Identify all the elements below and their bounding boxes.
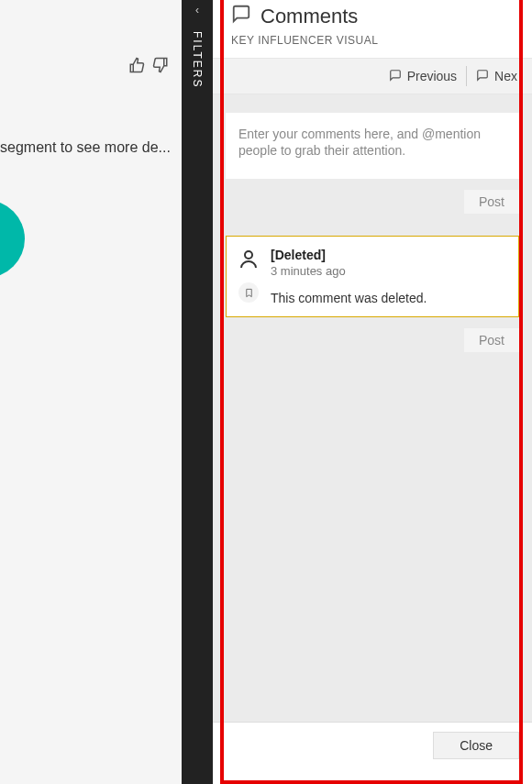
close-button[interactable]: Close (433, 732, 519, 759)
feedback-buttons (128, 57, 169, 78)
avatar-column (238, 248, 260, 305)
bookmark-icon (238, 282, 259, 303)
chevron-left-icon: ‹ (195, 4, 199, 17)
svg-point-0 (245, 251, 252, 259)
comment-author: [Deleted] (271, 248, 427, 262)
post-row-1: Post (226, 190, 519, 214)
segment-bubble[interactable] (0, 200, 25, 278)
comment-input[interactable]: Enter your comments here, and @mention p… (226, 113, 519, 179)
comment-icon (231, 4, 251, 28)
previous-label: Previous (407, 69, 457, 83)
comments-body: Enter your comments here, and @mention p… (213, 94, 532, 768)
card-content: [Deleted] 3 minutes ago This comment was… (271, 248, 427, 305)
next-button[interactable]: Nex (467, 69, 526, 84)
filters-pane-collapsed[interactable]: ‹ FILTERS (182, 0, 213, 784)
panel-footer: Close (213, 722, 532, 768)
post-button-2[interactable]: Post (464, 328, 519, 352)
previous-button[interactable]: Previous (380, 69, 466, 84)
comment-message: This comment was deleted. (271, 291, 427, 305)
filters-label: FILTERS (191, 31, 204, 88)
thumbs-down-icon[interactable] (152, 57, 169, 78)
comment-nav-icon (476, 69, 489, 84)
report-canvas-partial: segment to see more de... (0, 0, 182, 784)
post-button[interactable]: Post (464, 190, 519, 214)
comments-panel: Comments KEY INFLUENCER VISUAL Previous … (213, 0, 532, 784)
nav-row: Previous Nex (213, 58, 532, 94)
deleted-comment-card: [Deleted] 3 minutes ago This comment was… (226, 236, 519, 317)
comment-nav-icon (389, 69, 402, 84)
next-label: Nex (494, 69, 517, 83)
comments-header: Comments (213, 0, 532, 28)
thumbs-up-icon[interactable] (128, 57, 145, 78)
segment-instruction-text: segment to see more de... (0, 139, 171, 156)
comment-time: 3 minutes ago (271, 264, 427, 278)
panel-title: Comments (260, 5, 358, 28)
panel-subtitle: KEY INFLUENCER VISUAL (213, 28, 532, 58)
post-row-2: Post (226, 328, 519, 352)
user-icon (238, 248, 260, 275)
